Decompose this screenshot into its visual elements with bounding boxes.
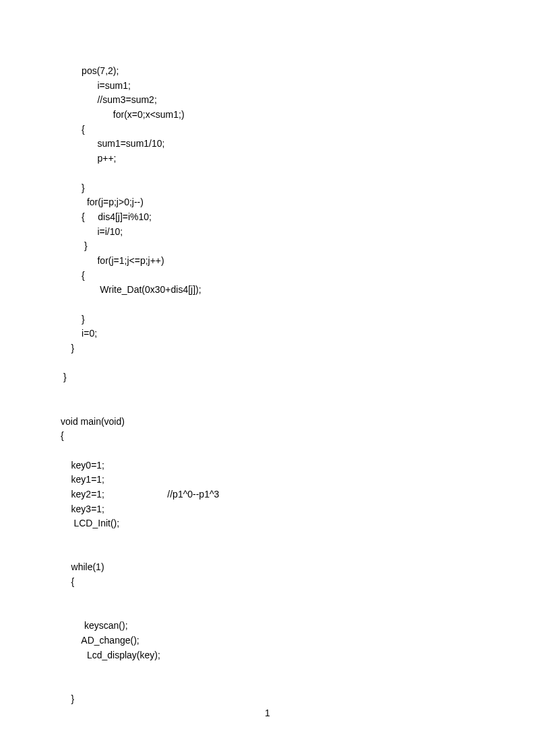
code-line [61,546,474,561]
code-line [61,662,474,677]
code-line [61,531,474,546]
code-line: pos(7,2); [61,64,474,79]
code-line: for(x=0;x<sum1;) [61,108,474,123]
code-line [61,385,474,400]
code-line: keyscan(); [61,619,474,633]
code-line: } [61,341,474,356]
code-line: void main(void) [61,415,474,429]
code-line: } [61,692,474,707]
code-line: } [61,239,474,254]
code-line: for(j=1;j<=p;j++) [61,254,474,269]
code-line [61,400,474,415]
code-line: sum1=sum1/10; [61,137,474,151]
code-line: key0=1; [61,458,474,473]
code-line: //sum3=sum2; [61,93,474,108]
code-line [61,298,474,312]
code-line [61,444,474,458]
page-number: 1 [0,706,535,721]
code-line: { dis4[j]=i%10; [61,210,474,225]
code-line [61,590,474,605]
code-line [61,166,474,181]
code-line: i=0; [61,327,474,341]
code-line: key3=1; [61,502,474,517]
code-line: Lcd_display(key); [61,648,474,663]
code-line: { [61,429,474,444]
code-line [61,677,474,692]
code-line: i=i/10; [61,225,474,240]
code-line: AD_change(); [61,633,474,648]
code-line: key2=1; //p1^0--p1^3 [61,487,474,502]
code-line: } [61,312,474,327]
code-line: { [61,123,474,137]
code-line: LCD_Init(); [61,516,474,531]
code-line: while(1) [61,560,474,575]
code-line: { [61,575,474,590]
code-line [61,604,474,619]
code-line: } [61,370,474,385]
code-line: i=sum1; [61,79,474,94]
code-line: { [61,269,474,283]
code-line: Write_Dat(0x30+dis4[j]); [61,283,474,298]
code-line [61,356,474,371]
code-line: p++; [61,151,474,166]
code-line: for(j=p;j>0;j--) [61,195,474,210]
code-line: key1=1; [61,473,474,487]
code-line: } [61,181,474,196]
code-document: pos(7,2); i=sum1; //sum3=sum2; for(x=0;x… [0,0,535,747]
